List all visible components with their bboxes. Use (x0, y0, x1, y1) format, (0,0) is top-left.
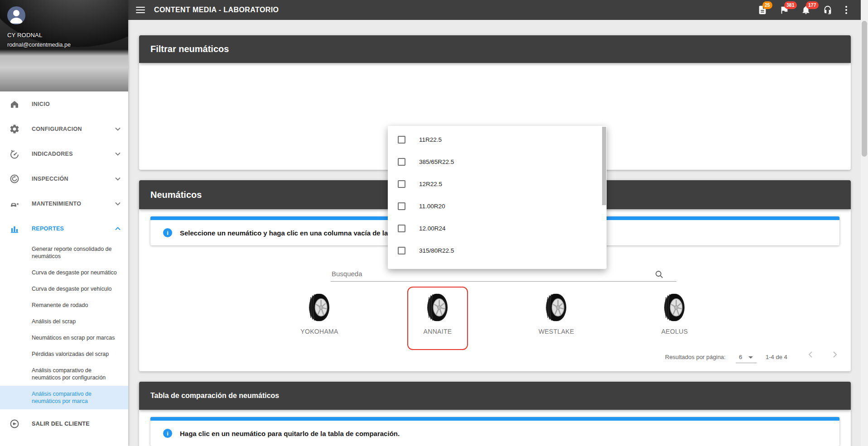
headset-icon[interactable] (823, 5, 833, 15)
sidebar-nav: INICIO CONFIGURACION INDICADORES INSPECC… (0, 91, 128, 435)
medida-options-dropdown: 11R22.5 385/65R22.5 12R22.5 11.00R20 12.… (388, 126, 607, 269)
previous-page-icon[interactable] (805, 349, 816, 360)
scrollbar-thumb[interactable] (862, 21, 867, 157)
next-page-icon[interactable] (829, 349, 840, 360)
info-icon: i (163, 228, 172, 237)
submenu-item-reporte-consolidado[interactable]: Generar reporte consolidado de neumático… (0, 241, 128, 264)
submenu-item-remanente[interactable]: Remanente de rodado (0, 297, 128, 313)
topbar-actions: 25 381 177 (757, 0, 848, 20)
flag-badge: 381 (784, 1, 797, 9)
gauge-icon (9, 149, 20, 159)
sidebar-item-configuracion[interactable]: CONFIGURACION (0, 116, 128, 141)
vehicle-icon (9, 198, 20, 209)
results-per-page-label: Resultados por página: (665, 354, 726, 360)
user-email: rodnal@contentmedia.pe (7, 42, 71, 48)
checkbox-icon[interactable] (398, 202, 405, 210)
chevron-down-icon (115, 201, 121, 207)
tires-panel-title: Neumáticos (150, 190, 202, 200)
page-scrollbar[interactable] (861, 0, 868, 446)
submenu-item-curva-vehiculo[interactable]: Curva de desgaste por vehículo (0, 281, 128, 297)
submenu-item-comparativo-configuracion[interactable]: Análisis comparativo de neumáticos por c… (0, 362, 128, 386)
tire-image (541, 292, 571, 323)
tire-image (660, 292, 690, 323)
reportes-submenu: Generar reporte consolidado de neumático… (0, 241, 128, 409)
medida-option[interactable]: 385/65R22.5 (388, 151, 607, 173)
submenu-item-analisis-scrap[interactable]: Análisis del scrap (0, 313, 128, 330)
gear-icon (9, 124, 20, 134)
bell-icon[interactable]: 177 (801, 5, 811, 15)
checkbox-icon[interactable] (398, 225, 405, 232)
chevron-down-icon (115, 126, 121, 132)
arrow-left-circle-icon (9, 418, 20, 429)
submenu-item-perdidas-scrap[interactable]: Pérdidas valorizadas del scrap (0, 346, 128, 362)
medida-option[interactable]: 11R22.5 (388, 129, 607, 151)
comparison-info-alert: i Haga clic en un neumático para quitarl… (150, 417, 839, 446)
medida-option[interactable]: 11.00R20 (388, 195, 607, 217)
dropdown-scrollbar[interactable] (602, 127, 606, 205)
documents-badge: 25 (762, 1, 772, 9)
filter-panel-header: Filtrar neumáticos (139, 35, 851, 63)
checkbox-icon[interactable] (398, 247, 405, 254)
submenu-item-curva-neumatico[interactable]: Curva de desgaste por neumático (0, 264, 128, 281)
tire-brand-aeolus[interactable]: AEOLUS (644, 287, 705, 350)
filter-panel-title: Filtrar neumáticos (150, 44, 229, 54)
tire-image (423, 292, 453, 323)
checkbox-icon[interactable] (398, 136, 405, 144)
app-root: CONTENT MEDIA - LABORATORIO 25 381 177 (0, 0, 868, 446)
search-icon[interactable] (655, 270, 664, 281)
page-range-label: 1-4 de 4 (766, 354, 787, 360)
profile-header: CY RODNAL rodnal@contentmedia.pe (0, 0, 128, 91)
bar-chart-icon (9, 223, 20, 234)
chevron-down-icon (115, 151, 121, 157)
tire-brand-yokohama[interactable]: YOKOHAMA (289, 287, 350, 350)
sidebar: CY RODNAL rodnal@contentmedia.pe INICIO … (0, 0, 128, 446)
more-vertical-icon[interactable] (844, 5, 848, 15)
medida-option[interactable]: 12R22.5 (388, 173, 607, 195)
sidebar-item-reportes[interactable]: REPORTES (0, 216, 128, 241)
app-title: CONTENT MEDIA - LABORATORIO (154, 6, 279, 14)
home-icon (9, 99, 20, 110)
checkbox-icon[interactable] (398, 158, 405, 166)
bell-badge: 177 (806, 1, 819, 9)
medida-option[interactable]: 315/80R22.5 (388, 240, 607, 262)
avatar[interactable] (7, 6, 25, 24)
sidebar-item-inspeccion[interactable]: INSPECCIÓN (0, 166, 128, 191)
tire-image (304, 292, 334, 323)
comparison-info-text: Haga clic en un neumático para quitarlo … (180, 430, 400, 437)
chevron-up-icon (115, 225, 121, 232)
page-size-arrow-icon[interactable] (748, 356, 753, 359)
sidebar-item-mantenimiento[interactable]: MANTENIMIENTO (0, 191, 128, 216)
comparison-panel-header: Tabla de comparación de neumáticos (139, 382, 851, 410)
tire-brand-annaite-selected[interactable]: ANNAITE (407, 287, 468, 350)
menu-icon[interactable] (136, 7, 145, 13)
tires-info-text: Seleccione un neumático y haga clic en u… (180, 229, 388, 237)
documents-icon[interactable]: 25 (757, 5, 767, 15)
tire-brand-westlake[interactable]: WESTLAKE (526, 287, 587, 350)
user-name: CY RODNAL (7, 32, 42, 38)
submenu-item-comparativo-marca[interactable]: Análisis comparativo de neumáticos por m… (0, 386, 128, 409)
chevron-down-icon (115, 176, 121, 182)
topbar: CONTENT MEDIA - LABORATORIO 25 381 177 (128, 0, 868, 20)
logout-button[interactable]: SALIR DEL CLIENTE (0, 413, 128, 435)
sidebar-item-indicadores[interactable]: INDICADORES (0, 141, 128, 166)
page-size-select[interactable]: 6 (739, 354, 742, 360)
submenu-item-scrap-marcas[interactable]: Neumáticos en scrap por marcas (0, 330, 128, 346)
comparison-panel-title: Tabla de comparación de neumáticos (150, 392, 279, 400)
medida-option[interactable]: 12.00R24 (388, 217, 607, 240)
page-size-underline (736, 363, 757, 363)
inspection-icon (9, 173, 20, 184)
checkbox-icon[interactable] (398, 180, 405, 188)
flag-icon[interactable]: 381 (779, 5, 789, 15)
sidebar-item-inicio[interactable]: INICIO (0, 91, 128, 116)
info-icon: i (163, 429, 172, 438)
